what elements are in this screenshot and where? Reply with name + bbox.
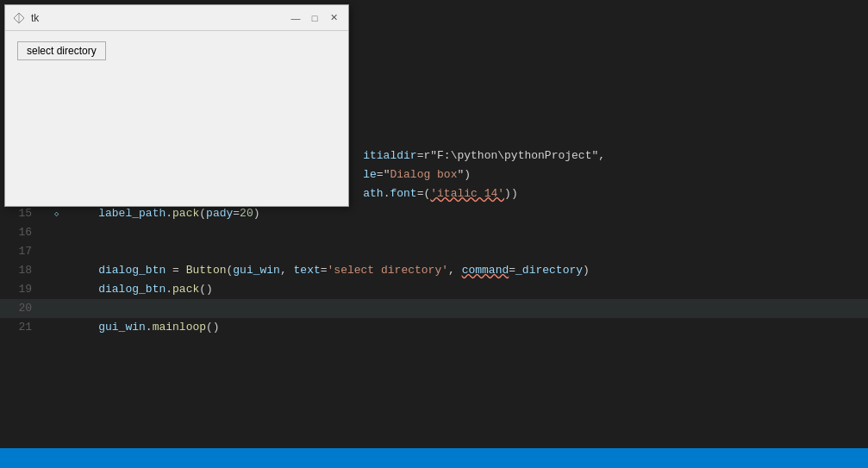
line-num-20: 20	[0, 299, 47, 318]
line-num-19: 19	[0, 280, 47, 299]
code-line-19: 19 dialog_btn.pack()	[0, 280, 868, 299]
code-line-20: 20	[0, 299, 868, 318]
tk-minimize-button[interactable]: —	[288, 10, 303, 26]
tk-titlebar: tk — □ ✕	[5, 5, 348, 31]
tk-window-controls: — □ ✕	[288, 10, 341, 26]
code-line-15: 15 ⬦ label_path.pack(pady=20)	[0, 204, 868, 223]
select-directory-button[interactable]: select directory	[17, 41, 106, 60]
line-num-16: 16	[0, 223, 47, 242]
code-line-18: 18 dialog_btn = Button(gui_win, text='se…	[0, 261, 868, 280]
tk-close-button[interactable]: ✕	[326, 10, 341, 26]
line-num-17: 17	[0, 242, 47, 261]
line-num-18: 18	[0, 261, 47, 280]
line-num-15: 15	[0, 204, 47, 223]
code-line-21: 21 gui_win.mainloop()	[0, 318, 868, 337]
code-line-16: 16	[0, 223, 868, 242]
line-num-21: 21	[0, 318, 47, 337]
code-fragment-font: ath.font=('italic 14'))	[336, 184, 605, 203]
tk-window-content: select directory	[5, 31, 348, 206]
status-bar	[0, 448, 868, 468]
visible-code-section: 15 ⬦ label_path.pack(pady=20) 16 17 18 d…	[0, 204, 868, 337]
code-fragment-title: le="Dialog box")	[336, 165, 605, 184]
tk-maximize-button[interactable]: □	[307, 10, 322, 26]
tk-dialog-window: tk — □ ✕ select directory	[4, 4, 349, 207]
tk-app-icon	[12, 11, 26, 25]
tk-title-label: tk	[31, 12, 288, 24]
code-fragment-initialdir: itialdir=r"F:\python\pythonProject",	[336, 147, 605, 165]
code-line-17: 17	[0, 242, 868, 261]
